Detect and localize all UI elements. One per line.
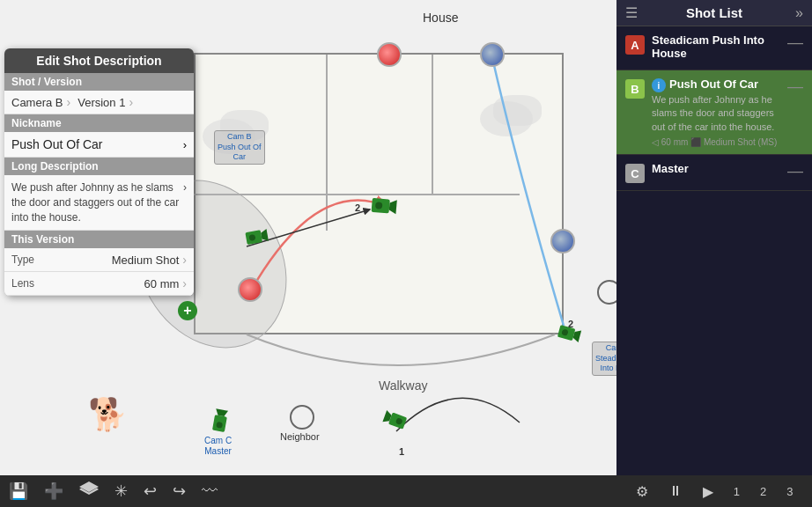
redo-icon[interactable]: ↪ <box>173 481 186 501</box>
add-button[interactable]: + <box>178 301 197 320</box>
shot-b-desc: We push after Johnny as he slams the doo… <box>652 93 783 134</box>
shot-b-content: i Push Out Of Car We push after Johnny a… <box>652 77 783 147</box>
page-1-button[interactable]: 1 <box>734 485 740 498</box>
type-value: Medium Shot <box>112 254 180 267</box>
section-long-desc: Long Description <box>4 158 194 175</box>
lens-chevron: › <box>182 276 187 290</box>
version-value: Version 1 <box>78 96 125 109</box>
shot-list-title: Shot List <box>686 5 742 20</box>
shot-b-meta: ◁ 60 mm ⬛ Medium Shot (MS) <box>652 137 783 147</box>
house-label: House <box>423 11 458 25</box>
cam-b-label: Cam B Push Out Of Car <box>214 130 265 165</box>
camera-icon-neighbor <box>380 403 410 433</box>
actor-circle-4 <box>550 229 575 254</box>
nickname-chevron: › <box>183 138 187 151</box>
actor-circle-3 <box>480 42 505 67</box>
type-chevron: › <box>182 253 187 267</box>
page-2-button[interactable]: 2 <box>760 485 766 498</box>
long-desc-text: We push after Johnny as he slams the doo… <box>11 180 180 224</box>
camera-icon-b2 <box>243 225 271 252</box>
neighbor-circle <box>290 405 314 430</box>
steadicam-label: Cam Steadicam Into H... <box>592 342 616 376</box>
camera-icon-c <box>209 407 235 435</box>
actor-circle-1 <box>377 42 402 67</box>
num-label-1: 1 <box>399 446 404 457</box>
camera-value: Camera B <box>11 96 63 109</box>
long-desc-chevron: › <box>183 180 187 195</box>
shot-a-title: Steadicam Push Into House <box>652 33 783 60</box>
save-icon[interactable]: 💾 <box>9 481 28 501</box>
neighbor-label: Neighbor <box>280 431 320 442</box>
lens-row[interactable]: Lens 60 mm › <box>4 272 194 296</box>
add-icon[interactable]: ➕ <box>44 481 63 501</box>
shot-letter-c: C <box>625 164 645 183</box>
shot-letter-b: B <box>625 79 645 99</box>
settings-icon[interactable]: ⚙ <box>636 483 648 500</box>
nickname-text: Push Out Of Car <box>11 137 102 151</box>
shot-list-header: ☰ Shot List » <box>616 0 812 26</box>
cam-b-indicator: i <box>652 78 666 92</box>
num-label-2: 2 <box>355 202 360 213</box>
version-chevron: › <box>129 95 133 109</box>
svg-marker-1 <box>388 200 396 215</box>
long-desc-row[interactable]: We push after Johnny as he slams the doo… <box>4 175 194 231</box>
shot-item-c[interactable]: C Master — <box>616 155 812 191</box>
undo-icon[interactable]: ↩ <box>144 481 157 501</box>
actor-circle-5 <box>597 280 616 305</box>
num-label-2b: 2 <box>568 319 573 329</box>
actor-circle-2 <box>238 277 262 302</box>
dog-icon: 🐕 <box>88 396 128 433</box>
nickname-row[interactable]: Push Out Of Car › <box>4 132 194 158</box>
collapse-icon[interactable]: » <box>795 5 803 21</box>
type-label: Type <box>11 254 112 266</box>
edit-shot-panel: Edit Shot Description Shot / Version Cam… <box>4 48 194 296</box>
shot-c-expand[interactable]: — <box>787 162 803 180</box>
shot-c-content: Master <box>652 162 783 178</box>
section-nickname: Nickname <box>4 114 194 132</box>
bottom-toolbar: 💾 ➕ ✳ ↩ ↪ 〰 <box>0 475 616 507</box>
play-icon[interactable]: ▶ <box>703 483 713 500</box>
pause-icon[interactable]: ⏸ <box>668 483 683 499</box>
cloud-4 <box>493 95 542 126</box>
section-shot-version: Shot / Version <box>4 73 194 91</box>
lens-value: 60 mm <box>144 277 180 290</box>
walkway-label: Walkway <box>379 378 428 393</box>
section-this-version: This Version <box>4 231 194 248</box>
shot-a-content: Steadicam Push Into House <box>652 33 783 62</box>
shot-list-panel: ☰ Shot List » A Steadicam Push Into Hous… <box>616 0 812 475</box>
shot-b-expand[interactable]: — <box>787 77 803 96</box>
shot-item-a[interactable]: A Steadicam Push Into House — <box>616 26 812 70</box>
shot-b-title: Push Out Of Car <box>669 77 758 91</box>
shot-c-title: Master <box>652 162 783 175</box>
camera-selector[interactable]: Camera B › Version 1 › <box>4 91 194 114</box>
list-icon: ☰ <box>625 4 638 21</box>
lens-label: Lens <box>11 277 144 290</box>
wave-icon[interactable]: 〰 <box>202 482 218 501</box>
right-bottom-toolbar: ⚙ ⏸ ▶ 1 2 3 <box>616 475 812 507</box>
type-row[interactable]: Type Medium Shot › <box>4 248 194 272</box>
camera-icon-b <box>369 195 399 222</box>
shot-item-b[interactable]: B i Push Out Of Car We push after Johnny… <box>616 70 812 155</box>
panel-title: Edit Shot Description <box>4 48 194 73</box>
cam-c-label: Cam C Master <box>204 436 232 457</box>
page-3-button[interactable]: 3 <box>786 485 793 498</box>
magic-icon[interactable]: ✳ <box>114 481 128 501</box>
shot-letter-a: A <box>625 35 645 55</box>
camera-chevron: › <box>67 95 71 109</box>
shot-a-expand[interactable]: — <box>787 33 803 52</box>
layers-icon[interactable] <box>79 481 99 502</box>
